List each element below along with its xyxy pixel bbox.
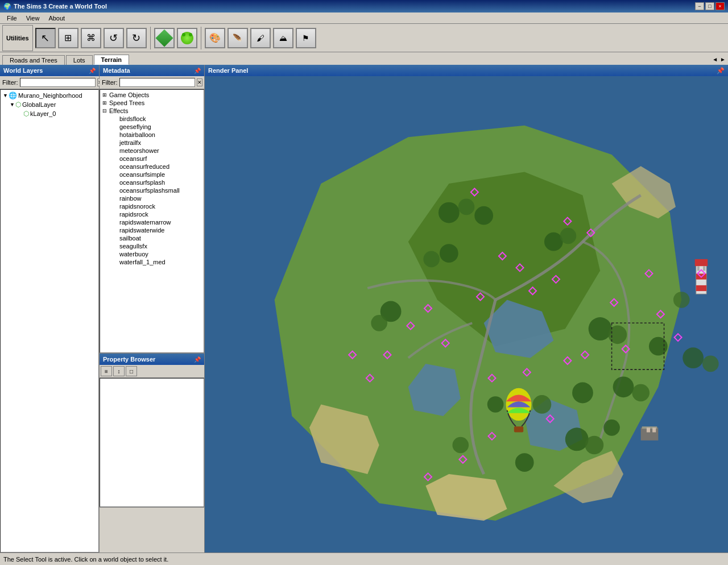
- render-panel: Render Panel 📌: [205, 65, 728, 552]
- meta-rainbow[interactable]: rainbow: [101, 194, 202, 202]
- meta-seagullsfx[interactable]: seagullsfx: [101, 242, 202, 250]
- menu-view[interactable]: View: [22, 14, 44, 23]
- meta-jettrailfx[interactable]: jettrailfx: [101, 139, 202, 147]
- tab-terrain[interactable]: Terrain: [94, 55, 129, 65]
- meta-oceansurfsplashsmall[interactable]: oceansurfsplashsmall: [101, 186, 202, 194]
- world-layers-tree[interactable]: ▼ 🌐 Murano_Neighborhood ▼ ⬡ GlobalLayer …: [0, 89, 99, 552]
- meta-meteorshower[interactable]: meteorshower: [101, 147, 202, 155]
- svg-marker-7: [425, 474, 507, 521]
- rapidsrock-label: rapidsrock: [119, 211, 148, 218]
- global-layer-icon: ⬡: [15, 101, 21, 109]
- metadata-filter-row: Filter: ✕: [100, 76, 204, 89]
- meta-oceansurfsimple[interactable]: oceansurfsimple: [101, 171, 202, 178]
- meta-birdsflock[interactable]: birdsflock: [101, 115, 202, 123]
- render-view[interactable]: [205, 76, 728, 552]
- rainbow-label: rainbow: [119, 195, 142, 202]
- rotate-right-button[interactable]: ↻: [126, 28, 147, 48]
- property-extra: [100, 507, 204, 552]
- close-button[interactable]: ×: [715, 2, 725, 10]
- svg-point-19: [632, 384, 650, 402]
- render-panel-pin[interactable]: 📌: [717, 67, 725, 74]
- world-layers-panel: World Layers 📌 Filter: ✕ ▼ 🌐 Murano_Neig…: [0, 65, 100, 552]
- meta-speed-trees[interactable]: ⊞ Speed Trees: [101, 99, 202, 107]
- diamond-tool-button[interactable]: [154, 28, 175, 48]
- expand-game-objects[interactable]: ⊞: [102, 92, 109, 98]
- property-browser-pin[interactable]: 📌: [194, 356, 201, 363]
- tree-item-global[interactable]: ▼ ⬡ GlobalLayer: [2, 100, 97, 109]
- prop-list-button[interactable]: ≡: [101, 366, 112, 376]
- property-browser-title: Property Browser: [103, 356, 155, 363]
- prop-sort-button[interactable]: ↕: [113, 366, 125, 376]
- menu-about[interactable]: About: [44, 14, 69, 23]
- meta-rapidswaterwide[interactable]: rapidswaterwide: [101, 226, 202, 234]
- expand-effects[interactable]: ⊟: [102, 108, 109, 114]
- tab-lots[interactable]: Lots: [66, 55, 93, 65]
- main-content: World Layers 📌 Filter: ✕ ▼ 🌐 Murano_Neig…: [0, 65, 728, 552]
- net-tool-button[interactable]: ⌘: [81, 28, 101, 48]
- rotate-right-icon: ↻: [132, 32, 140, 44]
- effects-label: Effects: [109, 107, 128, 114]
- menu-file[interactable]: File: [2, 14, 22, 23]
- expand-speed-trees[interactable]: ⊞: [102, 100, 109, 106]
- metadata-pin[interactable]: 📌: [194, 68, 201, 74]
- tab-next-arrow[interactable]: ►: [720, 56, 726, 63]
- meta-rapidswaternarrow[interactable]: rapidswaternarrow: [101, 218, 202, 226]
- waterfall-label: waterfall_1_med: [119, 259, 166, 265]
- feather-button[interactable]: 🪶: [228, 28, 248, 48]
- tab-roads-and-trees[interactable]: Roads and Trees: [2, 55, 65, 65]
- expand-murano[interactable]: ▼: [3, 93, 9, 98]
- grid-tool-button[interactable]: ⊞: [58, 28, 78, 48]
- minimize-button[interactable]: −: [695, 2, 704, 10]
- window-controls[interactable]: − □ ×: [695, 2, 725, 10]
- property-toolbar: ≡ ↕ □: [100, 365, 204, 378]
- rotate-left-icon: ↺: [109, 32, 118, 44]
- world-layers-filter-input[interactable]: [20, 78, 96, 87]
- paint-terrain-icon: 🎨: [209, 32, 221, 43]
- svg-point-31: [603, 419, 620, 436]
- meta-waterbuoy[interactable]: waterbuoy: [101, 250, 202, 258]
- raise-terrain-button[interactable]: ⛰: [273, 28, 293, 48]
- world-layers-filter-row: Filter: ✕: [0, 76, 99, 89]
- klayer-label: kLayer_0: [30, 110, 56, 117]
- global-layer-label: GlobalLayer: [22, 101, 56, 108]
- meta-oceansurf[interactable]: oceansurf: [101, 155, 202, 163]
- meta-effects[interactable]: ⊟ Effects: [101, 107, 202, 115]
- meta-rapidsnorock[interactable]: rapidsnorock: [101, 202, 202, 210]
- speed-trees-label: Speed Trees: [109, 99, 144, 106]
- meta-oceansurfreduced[interactable]: oceansurfreduced: [101, 163, 202, 171]
- property-browser-header: Property Browser 📌: [100, 354, 204, 365]
- world-layers-title: World Layers: [3, 67, 43, 74]
- svg-point-11: [439, 202, 460, 223]
- svg-rect-75: [647, 427, 650, 432]
- world-layers-filter-label: Filter:: [2, 79, 18, 86]
- world-layers-pin[interactable]: 📌: [89, 68, 96, 74]
- paint-terrain-button[interactable]: 🎨: [205, 28, 225, 48]
- rotate-left-button[interactable]: ↺: [104, 28, 124, 48]
- meta-geeseflying[interactable]: geeseflying: [101, 123, 202, 131]
- app-icon: 🌍: [3, 3, 11, 10]
- metadata-tree[interactable]: ⊞ Game Objects ⊞ Speed Trees ⊟ Effects b…: [100, 89, 204, 353]
- maximize-button[interactable]: □: [705, 2, 714, 10]
- meta-rapidsrock[interactable]: rapidsrock: [101, 210, 202, 218]
- tab-prev-arrow[interactable]: ◄: [712, 56, 718, 63]
- meta-oceansurfsplash[interactable]: oceansurfsplash: [101, 178, 202, 186]
- sims-button[interactable]: [177, 28, 197, 48]
- prop-view-button[interactable]: □: [126, 366, 137, 376]
- meta-hotairballoon[interactable]: hotairballoon: [101, 131, 202, 139]
- tree-item-murano[interactable]: ▼ 🌐 Murano_Neighborhood: [2, 91, 97, 100]
- svg-rect-76: [652, 427, 656, 432]
- metadata-filter-input[interactable]: [119, 78, 195, 87]
- paint-road-icon: 🖌: [257, 34, 264, 43]
- expand-global[interactable]: ▼: [10, 102, 15, 107]
- paint-road-button[interactable]: 🖌: [250, 28, 271, 48]
- tree-item-klayer[interactable]: ▶ ⬡ kLayer_0: [2, 109, 97, 118]
- flag-button[interactable]: ⚑: [296, 28, 316, 48]
- meta-waterfall[interactable]: waterfall_1_med: [101, 258, 202, 266]
- raise-terrain-icon: ⛰: [279, 34, 287, 43]
- select-tool-button[interactable]: [35, 28, 56, 48]
- waterbuoy-label: waterbuoy: [119, 251, 148, 257]
- metadata-clear-button[interactable]: ✕: [197, 78, 202, 86]
- svg-point-35: [452, 437, 469, 454]
- meta-sailboat[interactable]: sailboat: [101, 234, 202, 242]
- meta-game-objects[interactable]: ⊞ Game Objects: [101, 91, 202, 99]
